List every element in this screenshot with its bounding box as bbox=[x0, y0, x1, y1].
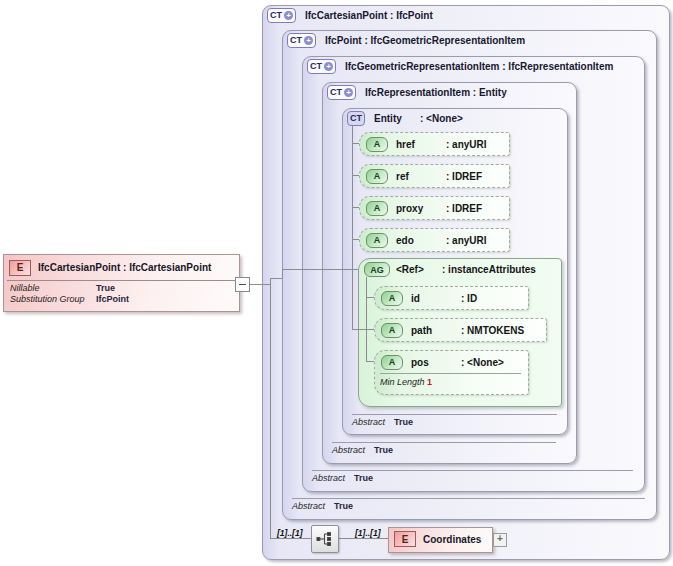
connector-line bbox=[352, 143, 359, 144]
attribute-icon: A bbox=[381, 323, 403, 338]
attribute-type: : NMTOKENS bbox=[461, 325, 524, 336]
connector-line bbox=[352, 126, 353, 329]
attribute-edo[interactable]: A edo : anyURI bbox=[359, 228, 510, 252]
divider bbox=[292, 498, 645, 499]
expand-plus-icon: + bbox=[324, 62, 333, 71]
type-header-ifcrepresentationitem: CT+ IfcRepresentationItem : Entity bbox=[327, 84, 507, 100]
type-header-ifcgeometricrepresentationitem: CT+ IfcGeometricRepresentationItem : Ifc… bbox=[307, 58, 613, 74]
type-title: IfcCartesianPoint : IfcPoint bbox=[305, 10, 433, 21]
abstract-row-ifcpoint: AbstractTrue bbox=[292, 498, 645, 511]
attribute-type: : IDREF bbox=[446, 203, 482, 214]
expand-plus-icon: + bbox=[344, 88, 353, 97]
connector-line bbox=[337, 538, 388, 539]
attribute-type: : anyURI bbox=[446, 139, 487, 150]
type-header-ifcpoint: CT+ IfcPoint : IfcGeometricRepresentatio… bbox=[287, 32, 525, 48]
property-substitution-group: Substitution GroupIfcPoint bbox=[10, 294, 239, 305]
complex-type-icon[interactable]: CT+ bbox=[267, 8, 296, 23]
attribute-href[interactable]: A href : anyURI bbox=[359, 132, 510, 156]
connector-line bbox=[248, 284, 270, 285]
type-title: IfcRepresentationItem : Entity bbox=[365, 87, 507, 98]
element-title: Coordinates bbox=[423, 534, 481, 545]
attribute-name: edo bbox=[396, 235, 446, 246]
attribute-name: proxy bbox=[396, 203, 446, 214]
minus-icon bbox=[239, 284, 246, 285]
attribute-type: : IDREF bbox=[446, 171, 482, 182]
connector-line bbox=[270, 278, 282, 279]
connector-line bbox=[366, 361, 374, 362]
type-title: Entity: <None> bbox=[374, 113, 463, 124]
element-title: IfcCartesianPoint : IfcCartesianPoint bbox=[38, 262, 211, 273]
sequence-glyph bbox=[315, 529, 335, 549]
attribute-type: : anyURI bbox=[446, 235, 487, 246]
property-nillable: NillableTrue bbox=[10, 283, 239, 294]
attribute-group-type: : instanceAttributes bbox=[442, 264, 536, 275]
expand-plus-icon: + bbox=[304, 36, 313, 45]
attribute-type: : <None> bbox=[461, 357, 504, 368]
attribute-group-icon: AG bbox=[364, 262, 390, 277]
complex-type-icon[interactable]: CT+ bbox=[327, 85, 356, 100]
abstract-row-ifcgeometricrepresentationitem: AbstractTrue bbox=[312, 470, 633, 483]
element-ifccartesianpoint[interactable]: E IfcCartesianPoint : IfcCartesianPoint … bbox=[3, 254, 240, 312]
element-coordinates[interactable]: E Coordinates bbox=[388, 527, 493, 553]
collapse-button[interactable] bbox=[235, 277, 250, 292]
attribute-icon: A bbox=[381, 355, 403, 370]
attribute-pos[interactable]: A pos : <None> Min Length 1 bbox=[374, 350, 529, 395]
min-length-facet: Min Length 1 bbox=[380, 377, 432, 387]
type-header-ifccartesianpoint: CT+ IfcCartesianPoint : IfcPoint bbox=[267, 7, 433, 23]
attribute-icon: A bbox=[381, 291, 403, 306]
type-title: IfcGeometricRepresentationItem : IfcRepr… bbox=[345, 61, 613, 72]
connector-line bbox=[282, 269, 283, 278]
connector-line bbox=[282, 269, 358, 270]
attribute-icon: A bbox=[366, 137, 388, 152]
attribute-name: id bbox=[411, 293, 461, 304]
complex-type-icon[interactable]: CT+ bbox=[287, 33, 316, 48]
element-icon: E bbox=[9, 260, 31, 276]
attribute-id[interactable]: A id : ID bbox=[374, 286, 529, 310]
attribute-group-name: <Ref> bbox=[396, 264, 442, 275]
connector-line bbox=[352, 239, 359, 240]
connector-line bbox=[352, 175, 359, 176]
attribute-name: href bbox=[396, 139, 446, 150]
connector-line bbox=[270, 538, 311, 539]
attribute-ref[interactable]: A ref : IDREF bbox=[359, 164, 510, 188]
complex-type-icon[interactable]: CT bbox=[347, 111, 365, 126]
attribute-name: path bbox=[411, 325, 461, 336]
connector-line bbox=[366, 297, 374, 298]
type-header-entity: CT Entity: <None> bbox=[347, 110, 463, 126]
attribute-group-header: AG <Ref> : instanceAttributes bbox=[364, 262, 536, 277]
divider bbox=[312, 470, 633, 471]
connector-line bbox=[366, 277, 367, 361]
complex-type-icon[interactable]: CT+ bbox=[307, 59, 336, 74]
abstract-row-entity: AbstractTrue bbox=[352, 414, 557, 427]
connector-line bbox=[352, 329, 366, 330]
expand-plus-icon: + bbox=[284, 11, 293, 20]
attribute-type: : ID bbox=[461, 293, 477, 304]
attribute-icon: A bbox=[366, 233, 388, 248]
attribute-name: ref bbox=[396, 171, 446, 182]
attribute-proxy[interactable]: A proxy : IDREF bbox=[359, 196, 510, 220]
attribute-icon: A bbox=[366, 201, 388, 216]
type-title: IfcPoint : IfcGeometricRepresentationIte… bbox=[325, 35, 525, 46]
sequence-icon[interactable] bbox=[311, 525, 339, 553]
cardinality-label: [1]..[1] bbox=[355, 528, 381, 538]
attribute-icon: A bbox=[366, 169, 388, 184]
attribute-path[interactable]: A path : NMTOKENS bbox=[374, 318, 547, 342]
schema-diagram: CT+ IfcCartesianPoint : IfcPoint CT+ Ifc… bbox=[0, 0, 673, 566]
divider bbox=[332, 442, 556, 443]
connector-line bbox=[270, 278, 271, 538]
abstract-row-ifcrepresentationitem: AbstractTrue bbox=[332, 442, 556, 455]
expand-button[interactable]: + bbox=[493, 533, 507, 547]
divider bbox=[380, 373, 521, 374]
connector-line bbox=[366, 329, 374, 330]
element-icon: E bbox=[394, 531, 416, 547]
divider bbox=[352, 414, 557, 415]
connector-line bbox=[352, 207, 359, 208]
attribute-name: pos bbox=[411, 357, 461, 368]
cardinality-label: [1]..[1] bbox=[277, 528, 303, 538]
